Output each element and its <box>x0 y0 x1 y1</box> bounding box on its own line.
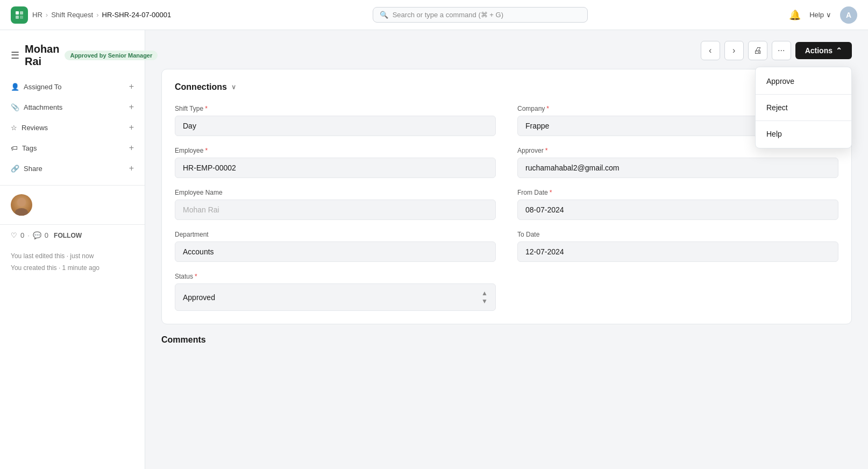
employee-label: Employee * <box>175 147 496 154</box>
to-date-label: To Date <box>517 231 838 238</box>
notification-icon[interactable]: 🔔 <box>789 9 801 21</box>
search-container: 🔍 Search or type a command (⌘ + G) <box>373 7 588 23</box>
share-label: Share <box>24 165 42 173</box>
sidebar-social: ♡ 0 · 💬 0 FOLLOW <box>0 224 145 246</box>
actions-button[interactable]: Actions ⌃ <box>795 42 852 59</box>
actions-dropdown: Approve Reject Help <box>755 67 852 148</box>
select-arrows-icon: ▲ ▼ <box>481 289 488 305</box>
reviews-add-icon[interactable]: + <box>129 123 134 132</box>
status-required: * <box>195 273 197 280</box>
tags-left: 🏷 Tags <box>11 144 37 152</box>
print-button[interactable]: 🖨 <box>748 41 767 60</box>
connections-chevron-icon: ∨ <box>231 83 236 91</box>
attachments-icon: 📎 <box>11 103 19 111</box>
follow-button[interactable]: FOLLOW <box>54 232 82 239</box>
status-select-value: Approved <box>183 293 215 302</box>
user-avatar[interactable]: A <box>840 6 857 24</box>
share-icon: 🔗 <box>11 165 19 173</box>
approver-required: * <box>545 147 548 154</box>
breadcrumb-hr[interactable]: HR <box>32 11 42 19</box>
status-badge: Approved by Senior Manager <box>65 51 158 60</box>
help-label: Help <box>809 11 824 19</box>
field-from-date: From Date * 08-07-2024 <box>517 189 838 220</box>
approver-input[interactable]: ruchamahabal2@gmail.com <box>517 158 838 178</box>
field-approver: Approver * ruchamahabal2@gmail.com <box>517 147 838 178</box>
last-edited-text: You last edited this · just now <box>11 252 134 260</box>
prev-button[interactable]: ‹ <box>701 41 720 60</box>
search-bar[interactable]: 🔍 Search or type a command (⌘ + G) <box>373 7 588 23</box>
reviews-label: Reviews <box>22 124 48 132</box>
employee-input[interactable]: HR-EMP-00002 <box>175 158 496 178</box>
svg-rect-1 <box>20 11 23 15</box>
breadcrumb: HR › Shift Request › HR-SHR-24-07-00001 <box>32 11 171 19</box>
connections-card: Connections ∨ Shift Type * Day Company <box>161 69 852 324</box>
share-add-icon[interactable]: + <box>129 164 134 173</box>
connections-title: Connections <box>175 82 227 92</box>
sidebar-item-tags[interactable]: 🏷 Tags + <box>0 138 145 158</box>
breadcrumb-current: HR-SHR-24-07-00001 <box>102 11 172 19</box>
dropdown-reject[interactable]: Reject <box>756 97 851 118</box>
comments-count: 0 <box>45 231 48 239</box>
svg-rect-2 <box>16 16 19 19</box>
comments-section: Comments <box>161 335 852 357</box>
svg-point-4 <box>17 198 26 207</box>
svg-rect-0 <box>16 11 19 15</box>
comment-icon[interactable]: 💬 <box>33 231 41 239</box>
assigned-to-add-icon[interactable]: + <box>129 82 134 91</box>
tags-add-icon[interactable]: + <box>129 143 134 153</box>
next-button[interactable]: › <box>724 41 744 60</box>
sidebar-item-assigned-to[interactable]: 👤 Assigned To + <box>0 76 145 97</box>
app-icon[interactable] <box>11 6 28 24</box>
attachments-left: 📎 Attachments <box>11 103 62 111</box>
field-shift-type: Shift Type * Day <box>175 105 496 136</box>
field-employee: Employee * HR-EMP-00002 <box>175 147 496 178</box>
content-area: ‹ › 🖨 ··· Actions ⌃ Approve Reject Help … <box>145 30 868 469</box>
department-input[interactable]: Accounts <box>175 241 496 262</box>
breadcrumb-shift-request[interactable]: Shift Request <box>51 11 93 19</box>
actions-label: Actions <box>805 46 833 55</box>
sidebar-item-attachments[interactable]: 📎 Attachments + <box>0 97 145 117</box>
employee-required: * <box>205 147 208 154</box>
sidebar-item-reviews[interactable]: ☆ Reviews + <box>0 117 145 138</box>
svg-rect-3 <box>20 16 23 19</box>
shift-type-required: * <box>205 105 208 112</box>
sidebar-avatar-section <box>0 186 145 224</box>
attachments-add-icon[interactable]: + <box>129 102 134 112</box>
assigned-to-label: Assigned To <box>24 83 62 91</box>
attachments-label: Attachments <box>24 103 62 111</box>
status-select[interactable]: Approved ▲ ▼ <box>175 283 496 311</box>
from-date-input[interactable]: 08-07-2024 <box>517 200 838 220</box>
field-status: Status * Approved ▲ ▼ <box>175 273 496 311</box>
sidebar-timestamps: You last edited this · just now You crea… <box>0 246 145 278</box>
status-label: Status * <box>175 273 496 280</box>
assigned-to-icon: 👤 <box>11 83 19 91</box>
to-date-input[interactable]: 12-07-2024 <box>517 241 838 262</box>
search-placeholder: Search or type a command (⌘ + G) <box>393 11 503 19</box>
more-options-button[interactable]: ··· <box>772 41 791 60</box>
tags-label: Tags <box>22 144 37 152</box>
shift-type-input[interactable]: Day <box>175 116 496 136</box>
department-label: Department <box>175 231 496 238</box>
help-button[interactable]: Help ∨ <box>809 11 831 19</box>
dropdown-approve[interactable]: Approve <box>756 70 851 92</box>
assigned-to-left: 👤 Assigned To <box>11 83 62 91</box>
from-date-label: From Date * <box>517 189 838 196</box>
share-left: 🔗 Share <box>11 165 42 173</box>
comments-title: Comments <box>161 335 852 345</box>
sidebar-item-share[interactable]: 🔗 Share + <box>0 158 145 179</box>
dropdown-divider-1 <box>756 94 851 95</box>
content-toolbar: ‹ › 🖨 ··· Actions ⌃ Approve Reject Help <box>161 41 852 60</box>
created-text: You created this · 1 minute ago <box>11 264 134 272</box>
connections-header[interactable]: Connections ∨ <box>175 82 838 92</box>
sidebar: ☰ Mohan Rai Approved by Senior Manager 👤… <box>0 30 145 469</box>
employee-name-input: Mohan Rai <box>175 200 496 220</box>
topbar-left: HR › Shift Request › HR-SHR-24-07-00001 <box>11 6 171 24</box>
employee-name-label: Employee Name <box>175 189 496 196</box>
form-grid: Shift Type * Day Company * Frappe <box>175 105 838 311</box>
field-department: Department Accounts <box>175 231 496 262</box>
dropdown-help[interactable]: Help <box>756 123 851 145</box>
hamburger-icon[interactable]: ☰ <box>11 49 19 61</box>
field-to-date: To Date 12-07-2024 <box>517 231 838 262</box>
heart-icon[interactable]: ♡ <box>11 231 17 239</box>
doc-title: Mohan Rai <box>25 43 59 68</box>
